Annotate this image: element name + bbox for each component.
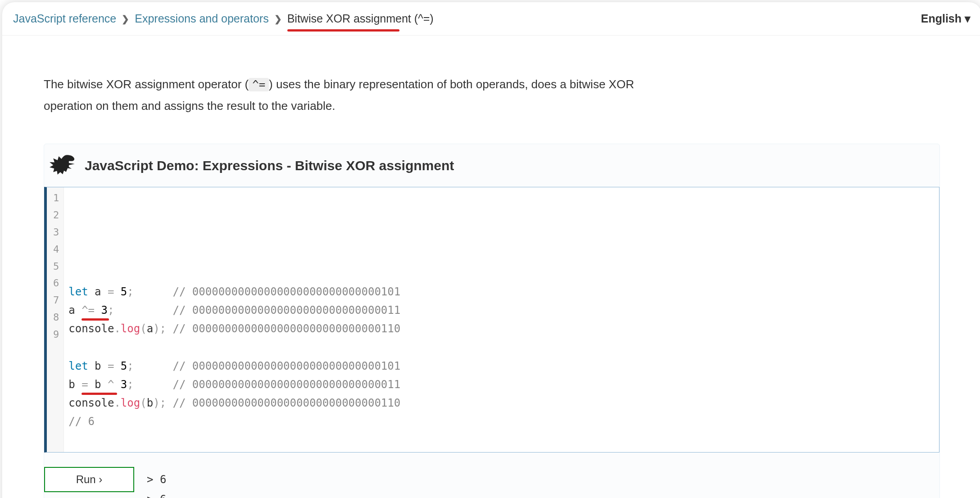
dino-icon	[48, 153, 78, 178]
intro-paragraph: The bitwise XOR assignment operator (^=)…	[44, 73, 674, 117]
intro-text-pre: The bitwise XOR assignment operator (	[44, 77, 249, 91]
output-console: > 6> 6	[147, 467, 166, 498]
demo-panel: JavaScript Demo: Expressions - Bitwise X…	[44, 144, 940, 498]
breadcrumb-bar: JavaScript reference ❯ Expressions and o…	[2, 2, 980, 36]
code-line[interactable]: let a = 5; // 00000000000000000000000000…	[68, 283, 933, 301]
chevron-right-icon: ❯	[122, 14, 129, 24]
code-area[interactable]: let a = 5; // 00000000000000000000000000…	[64, 187, 939, 452]
code-line[interactable]	[68, 431, 933, 450]
run-button[interactable]: Run ›	[44, 467, 134, 492]
code-line[interactable]	[68, 338, 933, 357]
annotation-underline	[287, 29, 399, 32]
code-editor[interactable]: 123456789 let a = 5; // 0000000000000000…	[44, 187, 939, 453]
breadcrumb-link-1[interactable]: JavaScript reference	[13, 12, 116, 25]
code-line[interactable]: // 6	[68, 412, 933, 431]
line-gutter: 123456789	[47, 187, 64, 452]
output-line: > 6	[147, 470, 166, 489]
annotation-underline	[82, 393, 117, 395]
breadcrumb-current-label: Bitwise XOR assignment (^=)	[287, 12, 434, 25]
breadcrumb: JavaScript reference ❯ Expressions and o…	[13, 12, 434, 25]
output-line: > 6	[147, 489, 166, 498]
language-selector[interactable]: English ▾	[921, 12, 971, 25]
demo-header: JavaScript Demo: Expressions - Bitwise X…	[44, 144, 939, 187]
demo-title: JavaScript Demo: Expressions - Bitwise X…	[85, 158, 454, 173]
operator-chip: ^=	[249, 78, 269, 91]
code-line[interactable]: b = b ^ 3; // 00000000000000000000000000…	[68, 376, 933, 394]
code-line[interactable]: console.log(a); // 000000000000000000000…	[68, 320, 933, 338]
code-line[interactable]: let b = 5; // 00000000000000000000000000…	[68, 357, 933, 376]
breadcrumb-current: Bitwise XOR assignment (^=)	[287, 12, 434, 25]
chevron-right-icon: ❯	[274, 14, 282, 24]
button-column: Run › Reset	[44, 467, 134, 498]
code-line[interactable]: a ^= 3; // 00000000000000000000000000000…	[68, 301, 933, 320]
code-line[interactable]: console.log(b); // 000000000000000000000…	[68, 394, 933, 412]
annotation-underline	[82, 318, 109, 321]
breadcrumb-link-2[interactable]: Expressions and operators	[135, 12, 268, 25]
